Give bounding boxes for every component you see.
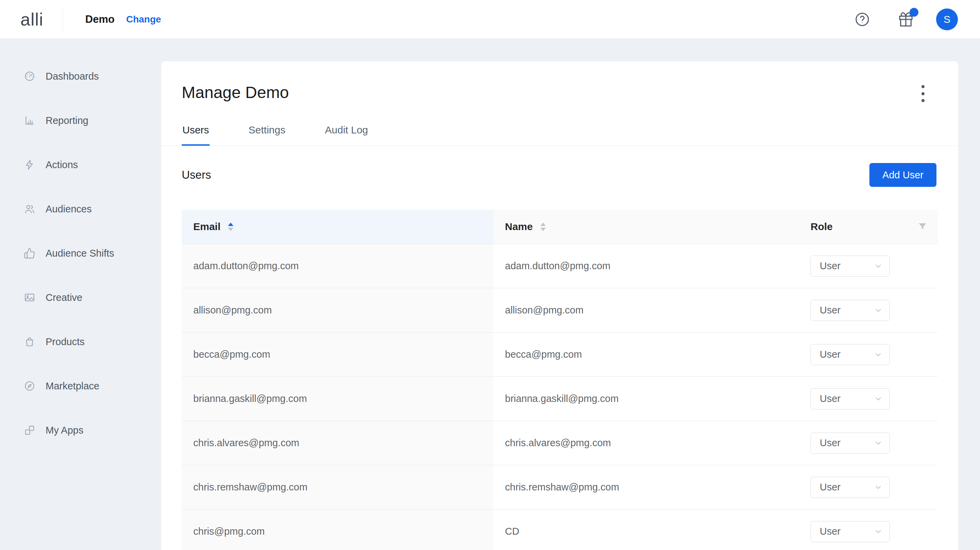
people-icon (24, 203, 35, 215)
gift-icon[interactable] (897, 11, 914, 28)
email-cell: allison@pmg.com (182, 288, 493, 332)
table-header-row: Email Name Role (182, 210, 938, 244)
sidebar-item-actions[interactable]: Actions (0, 143, 161, 187)
tab-users[interactable]: Users (182, 124, 210, 146)
role-select[interactable]: User (811, 477, 890, 498)
sidebar-item-label: Creative (46, 292, 82, 303)
name-cell: becca@pmg.com (493, 333, 799, 376)
table-row: chris.alvares@pmg.com chris.alvares@pmg.… (182, 421, 938, 465)
topbar-actions: S (854, 8, 958, 30)
card-header: Manage Demo (161, 61, 958, 101)
sidebar-item-marketplace[interactable]: Marketplace (0, 364, 161, 408)
sidebar-item-label: Audiences (46, 204, 92, 215)
filter-icon[interactable] (917, 222, 928, 232)
role-cell: User (799, 244, 938, 288)
sidebar-item-products[interactable]: Products (0, 320, 161, 364)
role-select[interactable]: User (811, 433, 890, 454)
role-value: User (820, 260, 840, 272)
sidebar-item-audience-shifts[interactable]: Audience Shifts (0, 231, 161, 275)
role-value: User (820, 349, 840, 360)
help-icon[interactable] (854, 11, 870, 27)
column-header-name[interactable]: Name (493, 210, 799, 244)
role-cell: User (799, 377, 938, 421)
sidebar-item-label: Products (46, 336, 84, 348)
section-title: Users (182, 169, 211, 182)
role-value: User (820, 481, 840, 493)
name-cell: adam.dutton@pmg.com (493, 244, 799, 288)
chevron-down-icon (874, 483, 883, 492)
tab-audit-log[interactable]: Audit Log (324, 124, 369, 146)
sidebar-item-my-apps[interactable]: My Apps (0, 408, 161, 452)
compass-icon (24, 380, 35, 392)
column-header-role: Role (799, 210, 938, 244)
chevron-down-icon (874, 262, 883, 271)
sort-carets-icon (540, 223, 546, 231)
notification-dot (910, 8, 918, 17)
role-cell: User (799, 421, 938, 465)
page-title: Manage Demo (182, 84, 938, 101)
table-row: chris@pmg.com CD User (182, 510, 938, 550)
bar-chart-icon (24, 115, 35, 126)
apps-icon (24, 424, 35, 436)
shopping-bag-icon (24, 336, 35, 348)
alli-logo[interactable]: alli (21, 11, 43, 28)
role-cell: User (799, 288, 938, 332)
change-client-link[interactable]: Change (126, 14, 161, 25)
chevron-down-icon (874, 306, 883, 315)
kebab-menu-icon[interactable] (916, 84, 930, 103)
role-value: User (820, 393, 840, 404)
column-header-email[interactable]: Email (182, 210, 493, 244)
role-cell: User (799, 465, 938, 509)
gauge-icon (24, 70, 35, 82)
sidebar-item-audiences[interactable]: Audiences (0, 187, 161, 231)
table-row: chris.remshaw@pmg.com chris.remshaw@pmg.… (182, 465, 938, 510)
tab-settings[interactable]: Settings (248, 124, 286, 146)
add-user-button[interactable]: Add User (869, 163, 937, 187)
sidebar-item-label: Reporting (46, 115, 89, 126)
lightning-icon (24, 159, 35, 171)
sidebar-item-label: Actions (46, 159, 78, 171)
email-cell: chris.remshaw@pmg.com (182, 465, 493, 509)
chevron-down-icon (874, 527, 883, 536)
role-select[interactable]: User (811, 344, 890, 365)
role-select[interactable]: User (811, 521, 890, 542)
name-cell: chris.alvares@pmg.com (493, 421, 799, 465)
users-section-header: Users Add User (161, 163, 958, 187)
chevron-down-icon (874, 439, 883, 448)
name-cell: allison@pmg.com (493, 288, 799, 332)
role-cell: User (799, 333, 938, 376)
table-row: becca@pmg.com becca@pmg.com User (182, 333, 938, 377)
role-select[interactable]: User (811, 388, 890, 410)
avatar[interactable]: S (936, 8, 958, 30)
email-cell: becca@pmg.com (182, 333, 493, 376)
chevron-down-icon (874, 394, 883, 403)
sidebar-item-dashboards[interactable]: Dashboards (0, 54, 161, 98)
sidebar-item-label: Marketplace (46, 381, 99, 392)
sidebar-item-reporting[interactable]: Reporting (0, 98, 161, 143)
sort-carets-icon (228, 223, 234, 231)
email-cell: chris@pmg.com (182, 510, 493, 550)
client-name: Demo (86, 13, 115, 26)
email-cell: brianna.gaskill@pmg.com (182, 377, 493, 421)
role-value: User (820, 437, 840, 449)
email-cell: adam.dutton@pmg.com (182, 244, 493, 288)
role-select[interactable]: User (811, 256, 890, 277)
sidebar-item-label: Dashboards (46, 71, 99, 82)
sidebar-item-creative[interactable]: Creative (0, 275, 161, 320)
topbar: alli Demo Change S (0, 0, 980, 39)
role-cell: User (799, 510, 938, 550)
name-cell: CD (493, 510, 799, 550)
sidebar-item-label: Audience Shifts (46, 248, 115, 259)
thumbs-up-icon (24, 247, 35, 259)
table-row: adam.dutton@pmg.com adam.dutton@pmg.com … (182, 244, 938, 288)
chevron-down-icon (874, 350, 883, 359)
sidebar-item-label: My Apps (46, 425, 83, 436)
role-select[interactable]: User (811, 300, 890, 321)
role-value: User (820, 304, 840, 316)
email-cell: chris.alvares@pmg.com (182, 421, 493, 465)
table-row: brianna.gaskill@pmg.com brianna.gaskill@… (182, 377, 938, 421)
image-icon (24, 292, 35, 303)
role-value: User (820, 526, 840, 537)
users-table: Email Name Role adam.dutton@pmg.com adam… (182, 210, 938, 550)
table-row: allison@pmg.com allison@pmg.com User (182, 288, 938, 333)
